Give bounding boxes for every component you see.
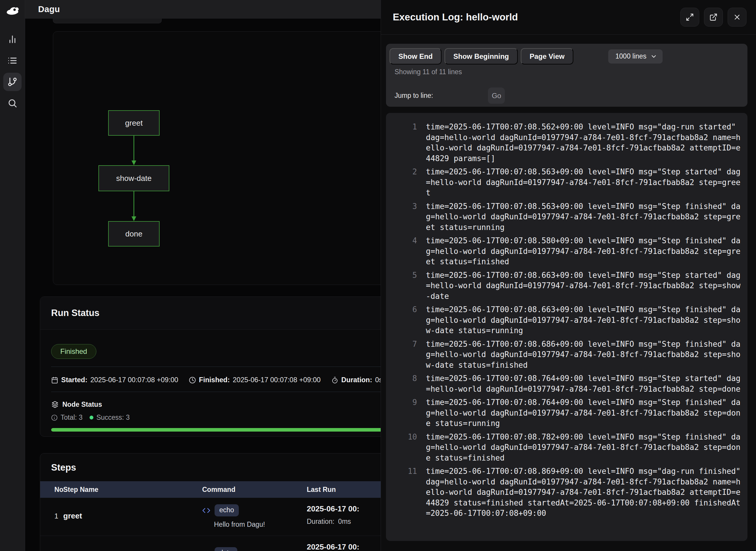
layers-icon [51, 401, 59, 409]
log-line-text: time=2025-06-17T00:07:08.663+09:00 level… [426, 305, 740, 336]
dag-edge-arrow [131, 191, 137, 221]
finished-label: Finished: [199, 376, 230, 384]
log-line-number: 3 [386, 201, 417, 233]
dag-node-label: show-date [116, 174, 152, 183]
dag-node-label: done [125, 229, 142, 238]
log-line-text: time=2025-06-17T00:07:08.563+09:00 level… [426, 201, 740, 233]
lines-per-page-select[interactable]: 1000 lines [608, 49, 663, 64]
external-link-icon [709, 13, 718, 21]
duration-group: Duration: 0s [331, 376, 383, 384]
title-bar: Dagu [25, 0, 381, 19]
step-name: greet [63, 504, 202, 529]
jump-to-line-input[interactable] [438, 88, 479, 103]
log-line-number: 7 [386, 339, 417, 371]
calendar-icon [51, 377, 58, 384]
execution-log-panel: Execution Log: hello-world Show End Show… [381, 0, 756, 551]
log-line-number: 5 [386, 270, 417, 302]
list-icon [7, 56, 17, 66]
git-branch-icon [7, 77, 17, 87]
log-line-number: 11 [386, 466, 417, 519]
log-line-text: time=2025-06-17T00:07:08.782+09:00 level… [426, 432, 740, 464]
chevron-down-icon [650, 53, 657, 60]
log-line-text: time=2025-06-17T00:07:08.562+09:00 level… [426, 122, 740, 164]
command-args: Hello from Dagu! [214, 521, 307, 529]
log-panel-title: Execution Log: hello-world [393, 12, 518, 23]
log-line-text: time=2025-06-17T00:07:08.686+09:00 level… [426, 339, 740, 371]
success-dot-icon [90, 416, 93, 420]
log-line: 11 time=2025-06-17T00:07:08.869+09:00 le… [386, 466, 747, 519]
column-header-command: Command [202, 486, 307, 494]
close-icon [733, 13, 741, 21]
log-line-text: time=2025-06-17T00:07:08.663+09:00 level… [426, 270, 740, 302]
log-line: 6 time=2025-06-17T00:07:08.663+09:00 lev… [386, 305, 747, 336]
sidebar [0, 0, 25, 551]
dag-node-done[interactable]: done [108, 221, 160, 246]
log-line-number: 8 [386, 373, 417, 394]
clock-icon [189, 377, 196, 384]
page-title: Dagu [38, 4, 60, 14]
started-value: 2025-06-17 00:07:08 +09:00 [90, 376, 178, 384]
node-status-title: Node Status [62, 401, 102, 409]
showing-lines-status: Showing 11 of 11 lines [395, 68, 462, 76]
info-icon [51, 415, 58, 421]
log-line-number: 9 [386, 397, 417, 429]
code-icon [202, 549, 210, 551]
dag-node-label: greet [125, 118, 142, 128]
log-line: 3 time=2025-06-17T00:07:08.563+09:00 lev… [386, 201, 747, 233]
command-badge: date [214, 547, 237, 551]
timer-icon [331, 377, 338, 384]
run-status-title: Run Status [51, 308, 100, 319]
lines-select-value: 1000 lines [615, 52, 646, 60]
page-view-button[interactable]: Page View [521, 48, 573, 64]
open-in-new-button[interactable] [704, 8, 723, 27]
jump-to-line-label: Jump to line: [395, 92, 433, 100]
log-line: 4 time=2025-06-17T00:07:08.580+09:00 lev… [386, 235, 747, 267]
log-line: 5 time=2025-06-17T00:07:08.663+09:00 lev… [386, 270, 747, 302]
expand-button[interactable] [680, 8, 699, 27]
column-header-no: No [40, 486, 63, 494]
dag-node-greet[interactable]: greet [108, 110, 160, 136]
log-line-text: time=2025-06-17T00:07:08.563+09:00 level… [426, 167, 740, 198]
total-label: Total: 3 [61, 414, 82, 422]
step-name: show-date [63, 542, 202, 551]
log-line-number: 6 [386, 305, 417, 336]
log-line: 1 time=2025-06-17T00:07:08.562+09:00 lev… [386, 122, 747, 164]
close-button[interactable] [728, 8, 747, 27]
log-line-text: time=2025-06-17T00:07:08.869+09:00 level… [426, 466, 740, 519]
dag-edge-arrow [131, 136, 137, 165]
log-content[interactable]: 1 time=2025-06-17T00:07:08.562+09:00 lev… [386, 113, 747, 541]
status-badge-label: Finished [60, 347, 87, 356]
bar-chart-icon [7, 34, 17, 44]
sidebar-item-dashboard[interactable] [3, 30, 22, 48]
dag-node-show-date[interactable]: show-date [98, 165, 169, 191]
finished-group: Finished: 2025-06-17 00:07:08 +09:00 [189, 376, 321, 384]
log-line-text: time=2025-06-17T00:07:08.764+09:00 level… [426, 397, 740, 429]
log-line-number: 4 [386, 235, 417, 267]
tab-bar-remnant [53, 19, 162, 23]
started-group: Started: 2025-06-17 00:07:08 +09:00 [51, 376, 178, 384]
log-line-text: time=2025-06-17T00:07:08.764+09:00 level… [426, 373, 740, 394]
show-beginning-button[interactable]: Show Beginning [445, 48, 518, 64]
sidebar-item-dags[interactable] [3, 73, 22, 91]
log-line: 10 time=2025-06-17T00:07:08.782+09:00 le… [386, 432, 747, 464]
show-end-button[interactable]: Show End [390, 48, 442, 64]
code-icon [202, 506, 210, 515]
command-badge: echo [214, 504, 239, 516]
sidebar-item-dag-runs[interactable] [3, 51, 22, 70]
sidebar-item-search[interactable] [3, 94, 22, 112]
log-line: 7 time=2025-06-17T00:07:08.686+09:00 lev… [386, 339, 747, 371]
step-no: 2 [40, 542, 63, 551]
search-icon [7, 98, 17, 108]
status-badge: Finished [51, 344, 96, 359]
column-header-step-name: Step Name [63, 486, 202, 494]
log-line: 2 time=2025-06-17T00:07:08.563+09:00 lev… [386, 167, 747, 198]
duration-label: Duration: [341, 376, 372, 384]
go-button[interactable]: Go [488, 87, 505, 104]
success-label: Success: 3 [96, 414, 130, 422]
log-line-text: time=2025-06-17T00:07:08.580+09:00 level… [426, 235, 740, 267]
log-line-number: 10 [386, 432, 417, 464]
log-controls-card: Show End Show Beginning Page View 1000 l… [386, 44, 747, 107]
dagu-logo-icon[interactable] [5, 5, 20, 17]
log-line-number: 1 [386, 122, 417, 164]
log-line: 8 time=2025-06-17T00:07:08.764+09:00 lev… [386, 373, 747, 394]
